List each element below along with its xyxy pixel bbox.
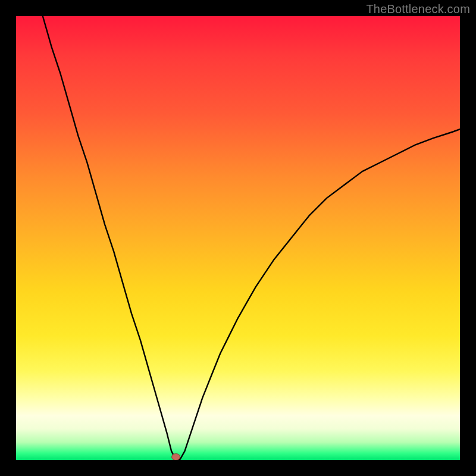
chart-frame: TheBottleneck.com [0,0,476,476]
watermark-text: TheBottleneck.com [366,2,470,16]
plot-area [16,16,460,460]
curve-path [43,16,460,460]
optimum-marker [172,454,180,461]
bottleneck-curve [16,16,460,460]
